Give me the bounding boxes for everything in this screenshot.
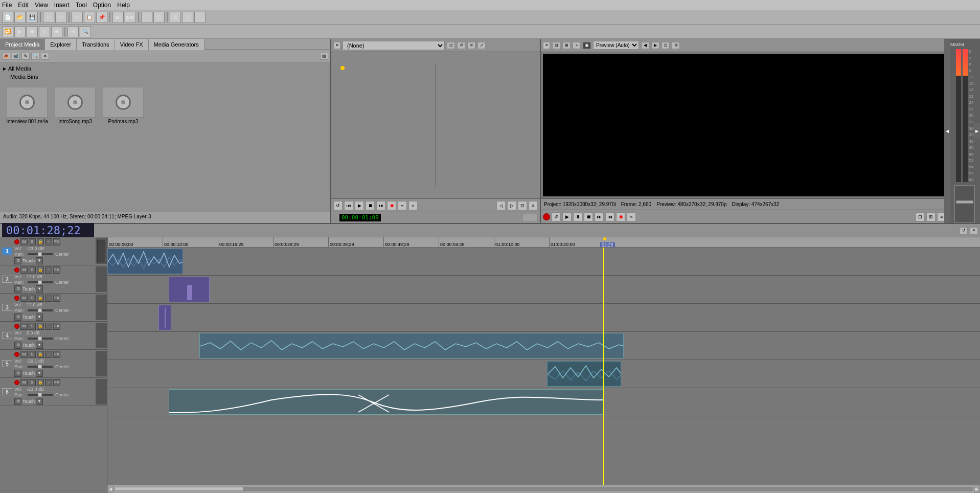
preview-arrow-btn[interactable]: ◀ [641, 42, 649, 49]
track-pan-fader-1[interactable] [28, 253, 53, 255]
trimmer-close-btn[interactable]: ✕ [333, 42, 340, 49]
split-button[interactable]: ⌇ [141, 12, 152, 23]
prev-pause-btn[interactable]: ⏸ [573, 212, 582, 221]
trimmer-snap-btn[interactable]: ⊡ [447, 42, 455, 49]
track-pan-fader-6[interactable] [28, 394, 53, 396]
trimmer-dropdown[interactable]: (None) [343, 41, 445, 50]
track-solo-btn-1[interactable]: S [29, 238, 36, 245]
undo-button[interactable]: ↩ [43, 12, 54, 23]
track-env-btn-3[interactable]: ~ [45, 295, 52, 302]
track-record-btn-6[interactable] [14, 380, 19, 385]
new-button[interactable]: 📄 [2, 12, 13, 23]
track-record-btn-3[interactable] [14, 296, 19, 301]
track-solo-btn-4[interactable]: S [29, 323, 36, 330]
track-fx-btn-4[interactable]: FX [53, 323, 60, 330]
menu-view[interactable]: View [35, 2, 48, 9]
play-button[interactable]: ▶ [14, 26, 26, 37]
track-arrow-1[interactable]: ▼ [36, 257, 43, 264]
menu-help[interactable]: Help [117, 2, 130, 9]
prev-stop-btn[interactable]: ⏹ [584, 212, 593, 221]
track-env-btn-2[interactable]: ~ [45, 266, 52, 274]
zoom-out-button[interactable]: - [194, 12, 206, 23]
prev-play-btn[interactable]: ▶ [562, 212, 572, 221]
menu-option[interactable]: Option [93, 2, 111, 9]
menu-tool[interactable]: Tool [76, 2, 87, 9]
track-mute-btn-5[interactable]: M [20, 351, 28, 358]
track-gear-6[interactable]: ⚙ [14, 398, 21, 405]
track-record-btn-1[interactable] [14, 239, 19, 244]
track-pan-fader-3[interactable] [28, 309, 53, 311]
track-env-btn-4[interactable]: ~ [45, 323, 52, 330]
trimmer-jog-right[interactable]: ▷ [507, 201, 516, 210]
tab-project-media[interactable]: Project Media [0, 39, 45, 50]
preview-copy-btn[interactable]: ⊡ [662, 42, 670, 49]
trimmer-more1[interactable]: ⊡ [518, 201, 527, 210]
clip-track5-a[interactable] [547, 361, 621, 387]
track-mute-btn-6[interactable]: M [20, 379, 28, 386]
track-solo-btn-5[interactable]: S [29, 351, 36, 358]
track-env-btn-5[interactable]: ~ [45, 351, 52, 358]
track-pan-fader-5[interactable] [28, 366, 53, 368]
media-tree-all[interactable]: ▶ All Media [2, 64, 328, 73]
redo-button[interactable]: ↪ [55, 12, 66, 23]
track-solo-btn-2[interactable]: S [29, 266, 36, 274]
trim-button[interactable]: ⊡ [153, 12, 165, 23]
track-env-btn-6[interactable]: ~ [45, 379, 52, 386]
track-solo-btn-3[interactable]: S [29, 295, 36, 302]
record-button[interactable]: ⏺ [51, 26, 62, 37]
right-collapse-btn[interactable]: ◀ [944, 39, 950, 223]
media-item-1[interactable]: IntroSong.mp3 [52, 87, 98, 208]
trimmer-next-btn[interactable]: ⏭ [376, 201, 385, 210]
tab-media-gen[interactable]: Media Generators [149, 39, 204, 50]
track-arrow-2[interactable]: ▼ [36, 285, 43, 293]
media-refresh-btn[interactable]: ↻ [21, 53, 30, 60]
stop-button[interactable]: ⏹ [27, 26, 38, 37]
pause-button[interactable]: ⏸ [39, 26, 50, 37]
zoom-in-button[interactable]: + [182, 12, 193, 23]
tl-btn1[interactable]: ↺ [960, 227, 968, 234]
prev-skip-btn[interactable]: ⏭ [595, 212, 604, 221]
track-gear-5[interactable]: ⚙ [14, 370, 21, 377]
prev-loop-btn[interactable]: ↺ [552, 212, 561, 221]
scrollbar-track[interactable] [115, 487, 973, 491]
clip-track1-a[interactable] [107, 249, 183, 274]
tab-videofx[interactable]: Video FX [115, 39, 149, 50]
preview-snap-btn[interactable]: ⊞ [562, 42, 571, 49]
track-gear-4[interactable]: ⚙ [14, 342, 21, 349]
track-arrow-5[interactable]: ▼ [36, 370, 43, 377]
preview-settings-btn[interactable]: ⚙ [672, 42, 680, 49]
snap-button[interactable]: ⊞ [170, 12, 181, 23]
cut-button[interactable]: ✂ [72, 12, 83, 23]
track-solo-btn-6[interactable]: S [29, 379, 36, 386]
track-pan-fader-4[interactable] [28, 338, 53, 340]
track-record-btn-2[interactable] [14, 267, 19, 273]
render-button[interactable]: ▶ [112, 12, 124, 23]
track-fx-btn-5[interactable]: FX [53, 351, 60, 358]
track-mute-btn-2[interactable]: M [20, 266, 28, 274]
track-mute-btn-1[interactable]: M [20, 238, 28, 245]
trimmer-stop-btn[interactable]: ⏹ [366, 201, 375, 210]
track-gear-1[interactable]: ⚙ [14, 257, 21, 264]
zoom-timeline-button[interactable]: 🔍 [80, 26, 91, 37]
trimmer-loop-btn2[interactable]: ↺ [333, 201, 343, 210]
track-record-btn-4[interactable] [14, 324, 19, 329]
tab-transitions[interactable]: Transitions [77, 39, 115, 50]
scroll-right-btn[interactable]: ▶ [974, 485, 980, 493]
track-fx-btn-2[interactable]: FX [53, 266, 60, 274]
track-fx-btn-1[interactable]: FX [53, 238, 60, 245]
track-fx-btn-3[interactable]: FX [53, 295, 60, 302]
track-gear-3[interactable]: ⚙ [14, 313, 21, 321]
prev-back-btn[interactable]: ⏮ [605, 212, 614, 221]
preview-thumb-btn[interactable]: ⊡ [552, 42, 560, 49]
track-arrow-3[interactable]: ▼ [36, 313, 43, 321]
save-button[interactable]: 💾 [27, 12, 38, 23]
scroll-left-btn[interactable]: ◀ [107, 485, 113, 493]
trimmer-more2[interactable]: ≡ [529, 201, 538, 210]
preview-mode-dropdown[interactable]: Preview (Auto) [593, 41, 639, 50]
trimmer-loop-btn[interactable]: ↺ [457, 42, 465, 49]
track-mute-btn-4[interactable]: M [20, 323, 28, 330]
scrollbar-thumb[interactable] [115, 487, 243, 491]
track-lock-btn-2[interactable]: 🔒 [37, 266, 44, 274]
trimmer-prev-btn[interactable]: ⏮ [344, 201, 353, 210]
paste-button[interactable]: 📌 [96, 12, 107, 23]
